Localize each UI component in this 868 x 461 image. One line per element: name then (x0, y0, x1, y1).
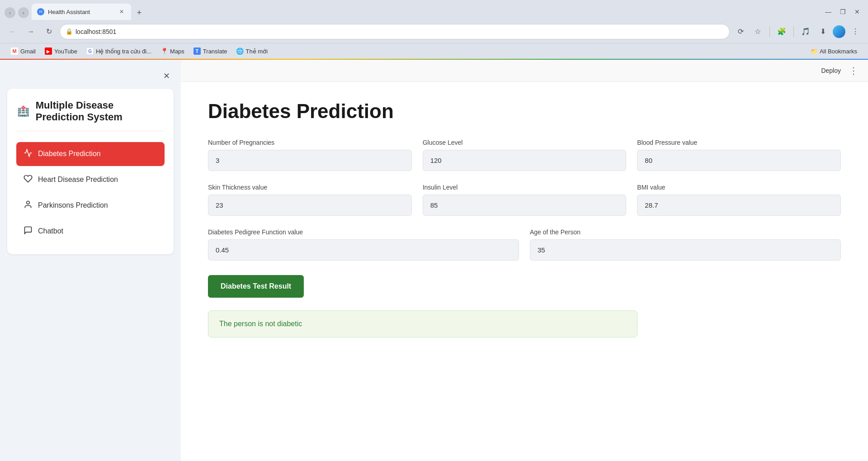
separator-2 (793, 26, 794, 37)
skin-thickness-input[interactable] (208, 195, 412, 216)
tab-history-back[interactable]: ‹ (5, 7, 15, 18)
parkinsons-nav-icon (24, 200, 33, 211)
tab-history-forward[interactable]: › (18, 7, 29, 18)
back-button[interactable]: ← (5, 24, 20, 39)
pedigree-label: Diabetes Pedigree Function value (208, 228, 519, 236)
separator (769, 26, 770, 37)
result-text: The person is not diabetic (219, 320, 302, 328)
nav-item-diabetes[interactable]: Diabetes Prediction (16, 142, 165, 166)
address-bar-actions: ⟳ ☆ 🧩 🎵 ⬇ ⋮ (733, 24, 863, 39)
pedigree-input[interactable] (208, 239, 519, 261)
page-content: Diabetes Prediction Number of Pregnancie… (181, 82, 868, 356)
sidebar-nav: Diabetes Prediction Heart Disease Predic… (16, 142, 165, 243)
page-header: Deploy ⋮ (181, 60, 868, 82)
field-bmi: BMI value (637, 184, 841, 216)
blood-pressure-input[interactable] (637, 150, 841, 171)
tab-bar: ‹ › H Health Assistant ✕ + — ❐ ✕ (0, 0, 868, 20)
bookmark-translate[interactable]: T Translate (190, 46, 231, 57)
gmail-label: Gmail (20, 48, 36, 55)
bookmarks-right: 📁 All Bookmarks (807, 46, 861, 57)
youtube-label: YouTube (54, 48, 77, 55)
parkinsons-nav-label: Parkinsons Prediction (38, 201, 108, 209)
bmi-input[interactable] (637, 195, 841, 216)
field-pregnancies: Number of Pregnancies (208, 139, 412, 171)
themoi-label: Thẻ mới (246, 48, 268, 55)
field-skin-thickness: Skin Thickness value (208, 184, 412, 216)
bookmark-hethong[interactable]: G Hệ thống tra cứu đi... (83, 46, 155, 57)
active-tab[interactable]: H Health Assistant ✕ (32, 4, 131, 20)
tab-bar-right: — ❐ ✕ (822, 5, 863, 20)
close-window-button[interactable]: ✕ (851, 5, 863, 18)
hethong-favicon: G (86, 48, 94, 55)
page-title: Diabetes Prediction (208, 100, 841, 123)
diabetes-nav-icon (24, 148, 33, 160)
browser-menu-button[interactable]: ⋮ (848, 24, 863, 39)
new-tab-button[interactable]: + (133, 7, 146, 20)
svg-point-0 (27, 201, 30, 204)
nav-item-parkinsons[interactable]: Parkinsons Prediction (16, 194, 165, 218)
extensions-icon[interactable]: 🧩 (774, 24, 789, 39)
youtube-favicon: ▶ (45, 48, 52, 55)
blood-pressure-label: Blood Pressure value (637, 139, 841, 146)
field-blood-pressure: Blood Pressure value (637, 139, 841, 171)
reload-button[interactable]: ↻ (42, 24, 56, 39)
chatbot-nav-label: Chatbot (38, 227, 63, 235)
download-icon[interactable]: ⬇ (816, 24, 830, 39)
browser-window: ‹ › H Health Assistant ✕ + — ❐ ✕ ← → ↻ 🔒… (0, 0, 868, 461)
maps-label: Maps (170, 48, 184, 55)
result-box: The person is not diabetic (208, 310, 637, 337)
bookmark-youtube[interactable]: ▶ YouTube (41, 46, 81, 57)
main-content: ✕ 🏥 Multiple Disease Prediction System D… (0, 60, 868, 461)
minimize-button[interactable]: — (822, 5, 835, 18)
bookmarks-bar: M Gmail ▶ YouTube G Hệ thống tra cứu đi.… (0, 43, 868, 60)
translate-icon[interactable]: ⟳ (733, 24, 748, 39)
gmail-favicon: M (11, 48, 18, 55)
diabetes-nav-label: Diabetes Prediction (38, 150, 101, 158)
page-area: Deploy ⋮ Diabetes Prediction Number of P… (181, 60, 868, 461)
nav-item-chatbot[interactable]: Chatbot (16, 219, 165, 243)
tab-left-controls: ‹ › (5, 7, 29, 20)
page-menu-button[interactable]: ⋮ (846, 63, 861, 78)
all-bookmarks-link[interactable]: 📁 All Bookmarks (807, 46, 861, 57)
deploy-button[interactable]: Deploy (816, 64, 846, 77)
insulin-input[interactable] (423, 195, 627, 216)
bmi-label: BMI value (637, 184, 841, 191)
diabetes-test-button[interactable]: Diabetes Test Result (208, 275, 304, 298)
address-bar-input[interactable]: 🔒 localhost:8501 (60, 24, 730, 39)
bookmark-maps[interactable]: 📍 Maps (157, 46, 188, 57)
star-bookmark-icon[interactable]: ☆ (750, 24, 765, 39)
pregnancies-label: Number of Pregnancies (208, 139, 412, 146)
address-bar: ← → ↻ 🔒 localhost:8501 ⟳ ☆ 🧩 🎵 ⬇ ⋮ (0, 20, 868, 43)
url-text: localhost:8501 (75, 28, 724, 35)
sidebar-card: 🏥 Multiple Disease Prediction System Dia… (7, 89, 174, 254)
age-label: Age of the Person (530, 228, 841, 236)
app-title-section: 🏥 Multiple Disease Prediction System (16, 100, 165, 131)
translate-label: Translate (203, 48, 227, 55)
glucose-input[interactable] (423, 150, 627, 171)
form-row-1: Number of Pregnancies Glucose Level Bloo… (208, 139, 841, 171)
maximize-button[interactable]: ❐ (836, 5, 849, 18)
bookmark-themoi[interactable]: 🌐 Thẻ mới (233, 46, 272, 57)
maps-favicon: 📍 (160, 48, 168, 55)
hethong-label: Hệ thống tra cứu đi... (96, 48, 151, 55)
app-icon: 🏥 (16, 102, 30, 120)
sidebar-close-button[interactable]: ✕ (159, 69, 174, 83)
form-row-3: Diabetes Pedigree Function value Age of … (208, 228, 841, 261)
bookmark-gmail[interactable]: M Gmail (7, 46, 39, 57)
tab-title: Health Assistant (48, 9, 114, 15)
media-icon[interactable]: 🎵 (798, 24, 813, 39)
tab-close-button[interactable]: ✕ (118, 8, 126, 16)
forward-button[interactable]: → (24, 24, 38, 39)
profile-avatar[interactable] (833, 25, 845, 38)
age-input[interactable] (530, 239, 841, 261)
field-insulin: Insulin Level (423, 184, 627, 216)
security-lock-icon: 🔒 (66, 28, 73, 35)
pregnancies-input[interactable] (208, 150, 412, 171)
all-bookmarks-label: All Bookmarks (820, 48, 857, 55)
heart-nav-icon (24, 174, 33, 185)
field-age: Age of the Person (530, 228, 841, 261)
nav-item-heart[interactable]: Heart Disease Prediction (16, 168, 165, 192)
heart-nav-label: Heart Disease Prediction (38, 176, 118, 184)
themoi-favicon: 🌐 (236, 48, 244, 55)
app-title-text: Multiple Disease Prediction System (36, 100, 165, 124)
